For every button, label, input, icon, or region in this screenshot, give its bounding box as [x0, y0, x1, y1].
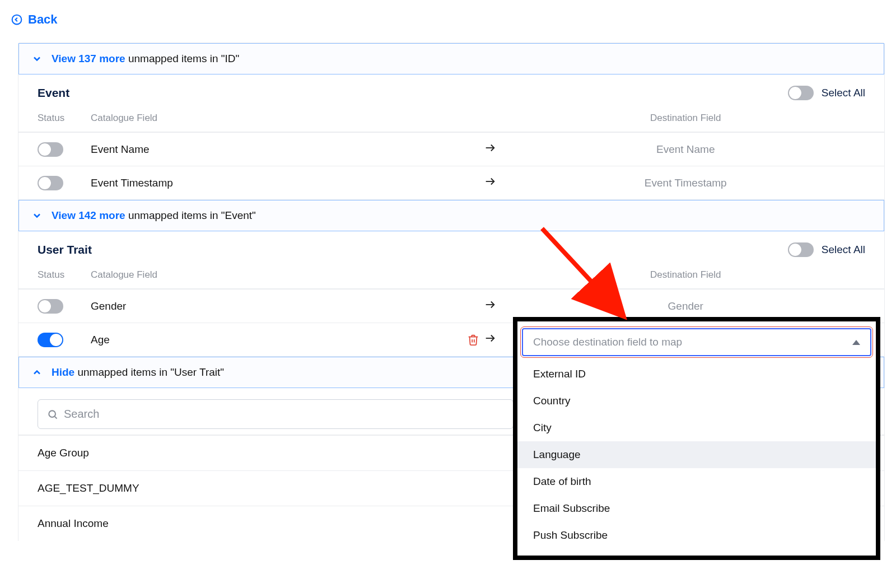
- dropdown-option[interactable]: Language: [517, 441, 876, 468]
- triangle-up-icon: [852, 340, 860, 345]
- dropdown-option[interactable]: Country: [517, 388, 876, 414]
- col-status: Status: [38, 113, 91, 124]
- row-catalogue-field: Age: [91, 334, 450, 346]
- row-toggle[interactable]: [38, 333, 63, 347]
- id-expand-suffix: unmapped items in "ID": [125, 53, 240, 64]
- row-destination-field: Event Timestamp: [506, 177, 866, 189]
- event-section: Event Select All Status Catalogue Field …: [18, 74, 884, 200]
- col-destination: Destination Field: [506, 269, 866, 281]
- event-expand-text: View 142 more unmapped items in "Event": [52, 209, 256, 222]
- dropdown-placeholder: Choose destination field to map: [533, 336, 682, 348]
- delete-row-button[interactable]: [450, 334, 484, 346]
- svg-point-5: [49, 410, 55, 417]
- col-status: Status: [38, 269, 91, 281]
- col-destination: Destination Field: [506, 113, 866, 124]
- row-catalogue-field: Gender: [91, 300, 450, 312]
- chevron-up-icon: [31, 367, 43, 378]
- user-trait-section-title: User Trait: [38, 243, 92, 256]
- dropdown-options: External ID Country City Language Date o…: [517, 361, 876, 556]
- event-select-all-label: Select All: [822, 87, 865, 99]
- id-expand-link: View 137 more: [52, 53, 125, 64]
- id-expand-text: View 137 more unmapped items in "ID": [52, 53, 239, 65]
- back-button[interactable]: Back: [11, 12, 58, 27]
- row-toggle[interactable]: [38, 142, 63, 157]
- user-trait-select-all-toggle[interactable]: [788, 242, 814, 257]
- back-arrow-icon: [11, 14, 22, 25]
- user-trait-select-all-label: Select All: [822, 244, 865, 256]
- event-expand-suffix: unmapped items in "Event": [125, 209, 256, 221]
- user-trait-expand-suffix: unmapped items in "User Trait": [74, 366, 224, 378]
- row-catalogue-field: Event Name: [91, 143, 450, 156]
- arrow-right-icon: [484, 298, 506, 314]
- search-input[interactable]: Search: [38, 399, 514, 429]
- user-trait-expand-link: Hide: [52, 366, 74, 378]
- trash-icon: [467, 334, 479, 346]
- event-expand-row[interactable]: View 142 more unmapped items in "Event": [18, 200, 884, 231]
- row-catalogue-field: Event Timestamp: [91, 177, 450, 189]
- destination-field-select[interactable]: Choose destination field to map: [522, 328, 871, 356]
- back-label: Back: [28, 12, 58, 27]
- col-catalogue: Catalogue Field: [91, 269, 450, 281]
- dropdown-option[interactable]: City: [517, 414, 876, 441]
- user-trait-expand-text: Hide unmapped items in "User Trait": [52, 366, 224, 379]
- dropdown-option[interactable]: Email Subscribe: [517, 495, 876, 522]
- svg-line-6: [55, 416, 57, 418]
- row-toggle[interactable]: [38, 176, 63, 190]
- row-destination-field: Gender: [506, 300, 866, 312]
- chevron-down-icon: [31, 53, 43, 64]
- id-expand-row[interactable]: View 137 more unmapped items in "ID": [18, 43, 884, 74]
- arrow-right-icon: [484, 332, 506, 347]
- row-toggle[interactable]: [38, 299, 63, 314]
- row-destination-field: Event Name: [506, 143, 866, 156]
- search-placeholder: Search: [64, 408, 99, 421]
- dropdown-option[interactable]: Push Subscribe: [517, 522, 876, 549]
- col-catalogue: Catalogue Field: [91, 113, 450, 124]
- event-select-all-toggle[interactable]: [788, 86, 814, 100]
- arrow-right-icon: [484, 175, 506, 190]
- dropdown-option[interactable]: Date of birth: [517, 468, 876, 495]
- event-section-title: Event: [38, 86, 69, 100]
- event-expand-link: View 142 more: [52, 209, 125, 221]
- search-icon: [47, 409, 58, 420]
- table-row: Event Timestamp Event Timestamp: [18, 166, 884, 199]
- arrow-right-icon: [484, 142, 506, 157]
- svg-point-0: [12, 15, 22, 25]
- dropdown-option[interactable]: External ID: [517, 361, 876, 388]
- destination-field-dropdown: Choose destination field to map External…: [513, 317, 880, 560]
- chevron-down-icon: [31, 210, 43, 221]
- table-row: Event Name Event Name: [18, 132, 884, 166]
